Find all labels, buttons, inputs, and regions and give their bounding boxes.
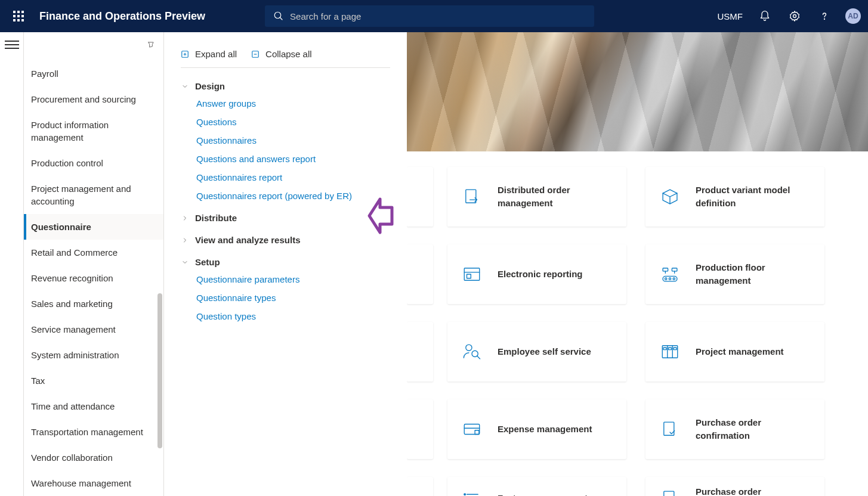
sidebar-item-tax[interactable]: Tax [24,368,163,393]
link-questionnaire-types[interactable]: Questionnaire types [196,293,390,303]
card-production-floor[interactable]: Production floor management [645,244,824,304]
hamburger-button[interactable] [5,41,19,49]
sidebar: Payroll Procurement and sourcing Product… [24,32,164,496]
sidebar-item-procurement[interactable]: Procurement and sourcing [24,86,163,112]
expand-all-label: Expand all [195,49,237,59]
card-expense-management[interactable]: Expense management [447,399,626,459]
sidebar-item-payroll[interactable]: Payroll [24,61,163,86]
card-stub[interactable] [407,244,433,304]
expand-icon [181,50,189,58]
section-setup[interactable]: Setup [181,251,390,273]
card-distributed-order[interactable]: Distributed order management [447,167,626,227]
card-stub[interactable] [407,477,433,496]
flyout-panel: Expand all Collapse all Design Answer gr… [164,32,407,496]
sidebar-item-retail[interactable]: Retail and Commerce [24,240,163,265]
section-design[interactable]: Design [181,75,390,97]
card-label: Product variant model definition [696,184,811,210]
svg-point-10 [466,345,472,351]
sidebar-item-transportation[interactable]: Transportation management [24,419,163,445]
collapse-all-label: Collapse all [265,49,312,59]
section-distribute-label: Distribute [195,213,237,223]
pin-button[interactable] [147,41,155,51]
card-label: Feature management [498,492,588,496]
link-question-types[interactable]: Question types [196,311,390,321]
card-electronic-reporting[interactable]: Electronic reporting [447,244,626,304]
card-feature-management[interactable]: Feature management [447,477,626,496]
settings-button[interactable] [781,2,808,30]
svg-rect-31 [663,348,666,349]
doc-arrow-icon [461,185,483,208]
sidebar-item-system[interactable]: System administration [24,342,163,368]
link-questionnaires-report[interactable]: Questionnaires report [196,172,390,182]
expand-all-button[interactable]: Expand all [181,49,237,59]
search-box[interactable] [265,5,594,27]
machine-icon [659,263,681,286]
chevron-right-icon [181,215,189,222]
pin-icon [147,41,155,49]
question-icon [818,10,830,22]
search-input[interactable] [290,11,586,21]
bell-icon [759,10,771,22]
section-distribute[interactable]: Distribute [181,207,390,229]
chevron-down-icon [181,259,189,266]
sidebar-item-project[interactable]: Project management and accounting [24,176,163,214]
svg-line-12 [477,356,480,359]
avatar[interactable]: AD [845,8,861,24]
chevron-down-icon [181,83,189,90]
waffle-menu-button[interactable] [5,2,32,30]
link-questions[interactable]: Questions [196,117,390,127]
app-header: Finance and Operations Preview USMF AD [0,0,868,32]
sidebar-item-questionnaire[interactable]: Questionnaire [24,214,163,240]
link-qa-report[interactable]: Questions and answers report [196,154,390,164]
svg-rect-35 [664,491,674,496]
svg-point-3 [824,19,825,20]
sidebar-item-vendor[interactable]: Vendor collaboration [24,445,163,470]
browser-icon [461,263,483,286]
section-design-label: Design [195,81,225,91]
gear-icon [789,10,801,22]
svg-rect-32 [668,348,671,349]
card-employee-self-service[interactable]: Employee self service [447,322,626,382]
svg-rect-33 [674,348,677,349]
sidebar-item-revenue[interactable]: Revenue recognition [24,265,163,291]
header-right: USMF AD [712,2,864,30]
card-label: Purchase order confirmation [696,416,811,442]
sidebar-item-production[interactable]: Production control [24,150,163,176]
sidebar-item-service[interactable]: Service management [24,317,163,342]
help-button[interactable] [811,2,838,30]
link-answer-groups[interactable]: Answer groups [196,98,390,108]
card-stub[interactable] [407,399,433,459]
card-stub[interactable] [407,322,433,382]
card-stub[interactable] [407,167,433,227]
card-project-management[interactable]: Project management [645,322,824,382]
svg-rect-22 [663,268,668,271]
card-product-variant[interactable]: Product variant model definition [645,167,824,227]
notifications-button[interactable] [751,2,779,30]
card-label: Electronic reporting [498,268,583,281]
company-label[interactable]: USMF [712,11,749,21]
card-label: Project management [696,345,784,358]
svg-rect-9 [467,274,471,278]
card-po-confirmation[interactable]: Purchase order confirmation [645,399,824,459]
card-po-preparation[interactable]: Purchase order preparation [645,477,824,496]
section-view[interactable]: View and analyze results [181,229,390,251]
scrollbar-thumb[interactable] [157,293,162,448]
doc-check-icon [659,418,681,441]
collapse-all-button[interactable]: Collapse all [251,49,312,59]
waffle-icon [13,11,24,21]
sidebar-item-time[interactable]: Time and attendance [24,393,163,419]
link-questionnaire-parameters[interactable]: Questionnaire parameters [196,274,390,284]
link-questionnaires-report-er[interactable]: Questionnaires report (powered by ER) [196,191,390,201]
link-questionnaires[interactable]: Questionnaires [196,135,390,145]
kanban-icon [659,340,681,363]
collapse-icon [251,50,260,58]
sidebar-item-warehouse[interactable]: Warehouse management [24,470,163,496]
sidebar-item-sales[interactable]: Sales and marketing [24,291,163,317]
list-icon [461,487,483,496]
main-content: Distributed order management Electronic … [407,32,868,496]
sidebar-item-product-info[interactable]: Product information management [24,112,163,150]
card-label: Expense management [498,423,592,436]
search-icon [273,11,284,21]
banner-image [407,32,868,151]
svg-point-19 [464,494,466,495]
